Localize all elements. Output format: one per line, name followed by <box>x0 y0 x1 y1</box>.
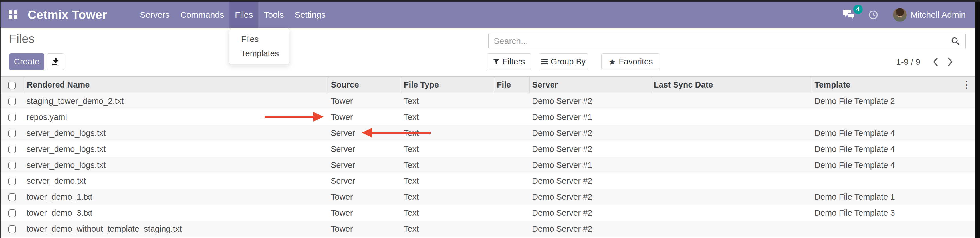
cell-options <box>958 93 975 109</box>
cell-file-type: Text <box>401 157 494 173</box>
nav-item-settings[interactable]: Settings <box>289 2 331 28</box>
cell-source: Tower <box>328 109 401 125</box>
row-checkbox[interactable] <box>8 209 16 217</box>
column-header-last-sync-date[interactable]: Last Sync Date <box>651 77 812 93</box>
cell-server: Demo Server #2 <box>530 173 651 189</box>
cell-file <box>494 221 530 237</box>
cell-server: Demo Server #2 <box>530 125 651 141</box>
row-checkbox-cell <box>0 157 24 173</box>
cell-options <box>958 157 975 173</box>
table-row[interactable]: repos.yaml Tower Text Demo Server #1 <box>0 109 975 125</box>
cell-rendered-name: server_demo_logs.txt <box>24 125 328 141</box>
download-icon <box>51 57 60 66</box>
messages-button[interactable]: 4 <box>843 9 855 21</box>
cell-last-sync-date <box>651 205 812 221</box>
table-row[interactable]: server_demo_logs.txt Server Text Demo Se… <box>0 125 975 141</box>
table-row[interactable]: tower_demo_without_template_staging.txt … <box>0 221 975 237</box>
cell-server: Demo Server #2 <box>530 205 651 221</box>
cell-template: Demo File Template 4 <box>812 141 958 157</box>
search-input[interactable] <box>488 36 951 46</box>
files-menu-item-files[interactable]: Files <box>229 32 289 46</box>
cell-file <box>494 205 530 221</box>
nav-item-commands[interactable]: Commands <box>175 2 229 28</box>
apps-grid-icon[interactable] <box>9 10 18 19</box>
files-menu-item-templates[interactable]: Templates <box>229 46 289 60</box>
row-checkbox[interactable] <box>8 178 16 185</box>
pager-next-button[interactable] <box>947 57 953 67</box>
cell-source: Tower <box>328 205 401 221</box>
cell-rendered-name: server_demo.txt <box>24 173 328 189</box>
nav-item-files[interactable]: Files <box>229 2 258 28</box>
cell-last-sync-date <box>651 157 812 173</box>
activities-button[interactable] <box>869 10 878 20</box>
cell-file <box>494 173 530 189</box>
row-checkbox-cell <box>0 221 24 237</box>
table-row[interactable]: server_demo_logs.txt Server Text Demo Se… <box>0 157 975 173</box>
table-header-row: Rendered Name Source File Type File Serv… <box>0 77 975 93</box>
row-checkbox[interactable] <box>8 194 16 201</box>
table-row[interactable]: tower_demo_3.txt Tower Text Demo Server … <box>0 205 975 221</box>
filters-button[interactable]: Filters <box>487 53 531 70</box>
cell-server: Demo Server #2 <box>530 141 651 157</box>
create-button[interactable]: Create <box>9 53 44 70</box>
table-row[interactable]: staging_tower_demo_2.txt Tower Text Demo… <box>0 93 975 109</box>
cell-source: Tower <box>328 93 401 109</box>
window-right-edge <box>975 0 980 238</box>
row-checkbox-cell <box>0 109 24 125</box>
cell-file-type: Text <box>401 109 494 125</box>
group-by-button[interactable]: Group By <box>539 53 588 70</box>
clock-icon <box>869 10 878 20</box>
cell-template: Demo File Template 1 <box>812 189 958 205</box>
search-icon[interactable] <box>951 36 960 46</box>
main-navbar: Cetmix Tower ServersCommandsFilesToolsSe… <box>0 2 975 28</box>
search-box <box>488 33 966 49</box>
column-header-server[interactable]: Server <box>530 77 651 93</box>
column-header-file[interactable]: File <box>494 77 530 93</box>
row-checkbox[interactable] <box>8 130 16 137</box>
files-list-table: Rendered Name Source File Type File Serv… <box>0 76 975 237</box>
select-all-checkbox-cell <box>0 77 24 93</box>
cell-server: Demo Server #1 <box>530 157 651 173</box>
table-row[interactable]: server_demo.txt Server Text Demo Server … <box>0 173 975 189</box>
cell-rendered-name: tower_demo_without_template_staging.txt <box>24 221 328 237</box>
column-header-source[interactable]: Source <box>328 77 401 93</box>
row-checkbox-cell <box>0 205 24 221</box>
row-checkbox[interactable] <box>8 114 16 121</box>
cell-file <box>494 109 530 125</box>
cell-template: Demo File Template 3 <box>812 205 958 221</box>
cell-server: Demo Server #2 <box>530 221 651 237</box>
user-avatar[interactable] <box>893 8 907 22</box>
row-checkbox-cell <box>0 141 24 157</box>
nav-menu: ServersCommandsFilesToolsSettings <box>134 2 331 28</box>
favorites-button[interactable]: ★ Favorites <box>601 53 660 70</box>
table-row[interactable]: tower_demo_1.txt Tower Text Demo Server … <box>0 189 975 205</box>
app-brand-title[interactable]: Cetmix Tower <box>28 8 107 22</box>
column-header-file-type[interactable]: File Type <box>401 77 494 93</box>
cell-source: Server <box>328 157 401 173</box>
export-button[interactable] <box>47 53 65 70</box>
row-checkbox[interactable] <box>8 146 16 153</box>
cell-options <box>958 125 975 141</box>
cell-file-type: Text <box>401 189 494 205</box>
cell-rendered-name: tower_demo_3.txt <box>24 205 328 221</box>
table-row[interactable]: server_demo_logs.txt Server Text Demo Se… <box>0 141 975 157</box>
cell-source: Tower <box>328 221 401 237</box>
navbar-right-group: 4 Mitchell Admin <box>843 8 966 22</box>
cell-source: Server <box>328 141 401 157</box>
cell-file <box>494 189 530 205</box>
row-checkbox[interactable] <box>8 225 16 233</box>
pager-previous-button[interactable] <box>932 57 939 67</box>
cell-rendered-name: repos.yaml <box>24 109 328 125</box>
select-all-checkbox[interactable] <box>8 82 16 89</box>
window-top-edge <box>0 0 980 2</box>
column-header-rendered-name[interactable]: Rendered Name <box>24 77 328 93</box>
column-header-template[interactable]: Template <box>812 77 958 93</box>
app-window: Cetmix Tower ServersCommandsFilesToolsSe… <box>0 0 980 238</box>
nav-item-servers[interactable]: Servers <box>134 2 175 28</box>
filter-funnel-icon <box>493 59 500 65</box>
row-checkbox[interactable] <box>8 98 16 105</box>
user-menu[interactable]: Mitchell Admin <box>911 10 966 20</box>
row-checkbox[interactable] <box>8 162 16 169</box>
optional-columns-toggle-icon[interactable]: ⋮ <box>962 79 971 90</box>
nav-item-tools[interactable]: Tools <box>258 2 289 28</box>
